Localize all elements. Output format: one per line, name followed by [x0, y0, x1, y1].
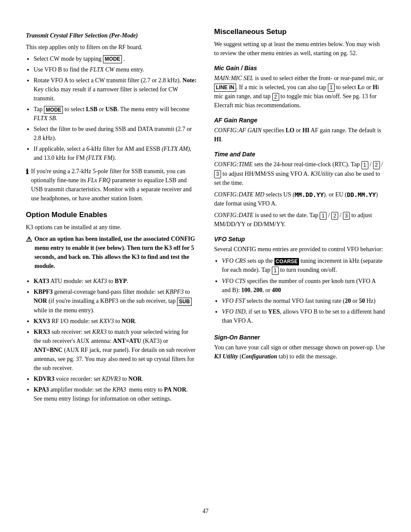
warn-icon: ⚠ — [26, 234, 32, 245]
warn-box: ⚠ Once an option has been installed, use… — [26, 234, 197, 273]
subsection-time-date: Time and Date — [214, 151, 385, 158]
option-kat3: KAT3 ATU module: set KAT3 to BYP. — [34, 277, 197, 286]
subsection-mic-gain: Mic Gain / Bias — [214, 65, 385, 72]
info-icon: ℹ — [26, 167, 28, 177]
vfo-ind: VFO IND, if set to YES, allows VFO B to … — [222, 307, 385, 325]
date-md-text: CONFIG:DATE MD selects US (MM.DD.YY). or… — [214, 190, 385, 208]
num1-date: 1 — [320, 212, 327, 220]
bullet-6: If applicable, select a 6-kHz filter for… — [34, 144, 197, 162]
info-text: If you're using a 2.7-kHz 5-pole filter … — [31, 167, 197, 203]
bullet-1: Select CW mode by tapping MODE . — [34, 54, 197, 63]
option-kbpf3: KBPF3 general-coverage band-pass filter … — [34, 287, 197, 314]
mode-key-1: MODE — [103, 55, 122, 63]
sub-key: SUB — [177, 298, 191, 306]
section-title-option: Option Module Enables — [26, 211, 197, 219]
misc-intro: We suggest setting up at least the menu … — [214, 40, 385, 58]
left-column: Transmit Crystal Filter Selection (Per-M… — [26, 26, 197, 506]
sign-on-text: You can have your call sign or other mes… — [214, 343, 385, 361]
coarse-key: COARSE — [274, 258, 299, 265]
bullet-5: Select the filter to be used during SSB … — [34, 124, 197, 143]
num1-vfo: 1 — [272, 267, 279, 275]
bullet-4: Tap MODE to select LSB or USB. The menu … — [34, 105, 197, 123]
num2-time: 2 — [373, 161, 380, 169]
bullet-2: Use VFO B to find the FLTX CW menu entry… — [34, 65, 197, 74]
af-gain-text: CONFIG:AF GAIN specifies LO or HI AF gai… — [214, 126, 385, 144]
vfo-bullets: VFO CRS sets up the COARSE tuning increm… — [222, 256, 385, 327]
mode-key-2: MODE — [44, 106, 63, 114]
option-bullets: KAT3 ATU module: set KAT3 to BYP. KBPF3 … — [34, 277, 197, 404]
warn-text: Once an option has been installed, use t… — [34, 234, 197, 271]
bullet-3: Rotate VFO A to select a CW transmit fil… — [34, 76, 197, 103]
page: Transmit Crystal Filter Selection (Per-M… — [0, 0, 411, 532]
section-title-misc: Miscellaneous Setup — [214, 28, 385, 36]
subsection-vfo-setup: VFO Setup — [214, 236, 385, 243]
option-kxv3: KXV3 RF I/O module: set KXV3 to NOR. — [34, 317, 197, 326]
info-box: ℹ If you're using a 2.7-kHz 5-pole filte… — [26, 167, 197, 205]
num3-time: 3 — [214, 170, 221, 178]
option-kpa3: KPA3 amplifier module: set the KPA3 menu… — [34, 385, 197, 403]
subsection-sign-on: Sign-On Banner — [214, 334, 385, 341]
page-number: 47 — [202, 508, 209, 515]
ddmmyy-key: DD.MM.YY — [347, 191, 376, 199]
num1-mic: 1 — [328, 84, 335, 92]
right-column: Miscellaneous Setup We suggest setting u… — [214, 26, 385, 506]
mmddyy-key: MM.DD.YY — [295, 191, 324, 199]
mic-gain-text: MAIN:MIC SEL is used to select either th… — [214, 74, 385, 110]
time-text: CONFIG:TIME sets the 24-hour real-time-c… — [214, 160, 385, 187]
section-title-transmit: Transmit Crystal Filter Selection (Per-M… — [26, 31, 197, 40]
date-text: CONFIG:DATE is used to set the date. Tap… — [214, 211, 385, 229]
num3-date: 3 — [343, 212, 350, 220]
subsection-af-gain: AF Gain Range — [214, 117, 385, 124]
option-intro: K3 options can be installed at any time. — [26, 223, 197, 232]
num2-date: 2 — [331, 212, 338, 220]
transmit-intro: This step applies only to filters on the… — [26, 43, 197, 52]
vfo-fst: VFO FST selects the normal VFO fast tuni… — [222, 296, 385, 305]
vfo-cts: VFO CTS specifies the number of counts p… — [222, 277, 385, 295]
vfo-intro: Several CONFIG menu entries are provided… — [214, 245, 385, 254]
option-krx3: KRX3 sub receiver: set KRX3 to match you… — [34, 327, 197, 373]
num1-time: 1 — [361, 161, 368, 169]
vfo-crs: VFO CRS sets up the COARSE tuning increm… — [222, 256, 385, 274]
num2-mic: 2 — [272, 93, 279, 101]
option-kdvr3: KDVR3 voice recorder: set KDVR3 to NOR. — [34, 374, 197, 383]
transmit-bullets: Select CW mode by tapping MODE . Use VFO… — [34, 54, 197, 164]
line-in-key: LINE IN — [214, 84, 236, 92]
